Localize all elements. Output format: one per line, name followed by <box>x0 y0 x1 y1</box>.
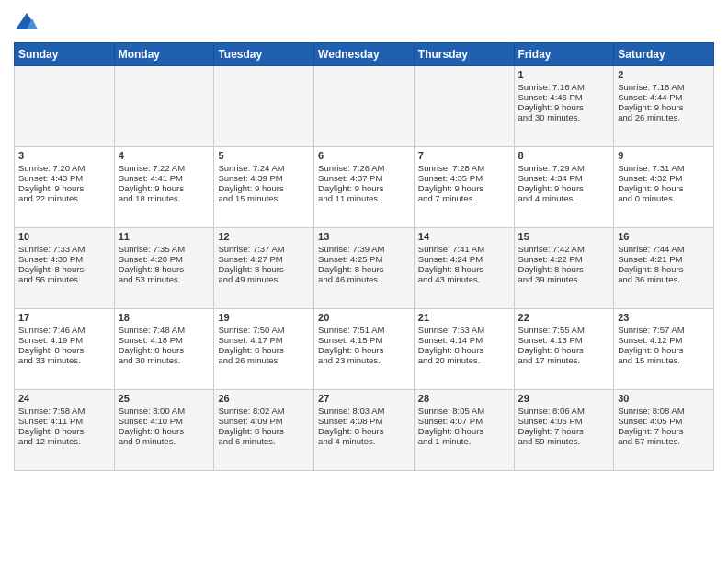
calendar-cell-week2-day7: 9Sunrise: 7:31 AMSunset: 4:32 PMDaylight… <box>614 147 714 228</box>
day-info-line: Sunrise: 7:55 AM <box>518 325 610 335</box>
day-info-line: Sunrise: 7:57 AM <box>618 325 710 335</box>
day-info-line: Sunrise: 7:29 AM <box>518 163 610 173</box>
day-number: 27 <box>318 393 410 404</box>
day-info-line: Sunset: 4:35 PM <box>418 173 510 183</box>
day-info-line: Daylight: 8 hours <box>218 345 310 355</box>
day-info-line: Sunset: 4:06 PM <box>518 416 610 426</box>
day-info-line: and 7 minutes. <box>418 193 510 203</box>
day-number: 23 <box>618 312 710 323</box>
day-info-line: Daylight: 7 hours <box>618 426 710 436</box>
day-info-line: Sunset: 4:39 PM <box>218 173 310 183</box>
weekday-header-saturday: Saturday <box>614 43 714 66</box>
day-number: 28 <box>418 393 510 404</box>
calendar-week-5: 24Sunrise: 7:58 AMSunset: 4:11 PMDayligh… <box>15 390 714 471</box>
day-info-line: Daylight: 8 hours <box>218 264 310 274</box>
day-info-line: Sunrise: 7:33 AM <box>18 244 110 254</box>
day-info-line: and 1 minute. <box>418 436 510 446</box>
day-info-line: Sunrise: 7:24 AM <box>218 163 310 173</box>
calendar-table: SundayMondayTuesdayWednesdayThursdayFrid… <box>14 42 714 471</box>
day-number: 21 <box>418 312 510 323</box>
calendar-cell-week1-day5 <box>414 66 514 147</box>
page: SundayMondayTuesdayWednesdayThursdayFrid… <box>0 0 728 563</box>
day-info-line: Sunrise: 7:26 AM <box>318 163 410 173</box>
day-info-line: Daylight: 8 hours <box>418 345 510 355</box>
day-info-line: Sunrise: 7:51 AM <box>318 325 410 335</box>
day-number: 7 <box>418 150 510 161</box>
day-info-line: Sunrise: 7:48 AM <box>119 325 210 335</box>
day-number: 20 <box>318 312 410 323</box>
calendar-cell-week3-day3: 12Sunrise: 7:37 AMSunset: 4:27 PMDayligh… <box>214 228 314 309</box>
day-info-line: and 12 minutes. <box>18 436 110 446</box>
day-info-line: and 39 minutes. <box>518 274 610 284</box>
day-info-line: Sunrise: 7:31 AM <box>618 163 710 173</box>
day-info-line: Sunrise: 7:37 AM <box>218 244 310 254</box>
weekday-header-sunday: Sunday <box>15 43 115 66</box>
day-info-line: and 26 minutes. <box>618 112 710 122</box>
day-info-line: Daylight: 8 hours <box>119 426 210 436</box>
day-info-line: Sunset: 4:19 PM <box>18 335 110 345</box>
day-number: 26 <box>218 393 310 404</box>
calendar-cell-week1-day6: 1Sunrise: 7:16 AMSunset: 4:46 PMDaylight… <box>514 66 614 147</box>
day-number: 9 <box>618 150 710 161</box>
calendar-cell-week4-day4: 20Sunrise: 7:51 AMSunset: 4:15 PMDayligh… <box>314 309 415 390</box>
weekday-header-tuesday: Tuesday <box>214 43 314 66</box>
day-number: 22 <box>518 312 610 323</box>
day-info-line: Sunrise: 7:35 AM <box>119 244 210 254</box>
day-info-line: Sunset: 4:08 PM <box>318 416 410 426</box>
day-info-line: Daylight: 8 hours <box>618 345 710 355</box>
day-info-line: Sunrise: 7:46 AM <box>18 325 110 335</box>
calendar-cell-week2-day6: 8Sunrise: 7:29 AMSunset: 4:34 PMDaylight… <box>514 147 614 228</box>
day-number: 1 <box>518 69 610 80</box>
header <box>14 9 714 35</box>
day-info-line: Daylight: 8 hours <box>518 345 610 355</box>
day-info-line: Sunrise: 7:18 AM <box>618 82 710 92</box>
day-info-line: Daylight: 8 hours <box>119 345 210 355</box>
day-info-line: Daylight: 9 hours <box>119 183 210 193</box>
day-info-line: and 46 minutes. <box>318 274 410 284</box>
day-info-line: Daylight: 8 hours <box>218 426 310 436</box>
day-info-line: Sunrise: 8:02 AM <box>218 406 310 416</box>
calendar-cell-week5-day4: 27Sunrise: 8:03 AMSunset: 4:08 PMDayligh… <box>314 390 415 471</box>
day-number: 6 <box>318 150 410 161</box>
day-number: 17 <box>18 312 110 323</box>
day-info-line: Sunrise: 7:28 AM <box>418 163 510 173</box>
day-info-line: Daylight: 8 hours <box>518 264 610 274</box>
day-info-line: Daylight: 8 hours <box>18 345 110 355</box>
day-info-line: Sunset: 4:11 PM <box>18 416 110 426</box>
day-number: 3 <box>18 150 110 161</box>
day-number: 19 <box>218 312 310 323</box>
calendar-cell-week4-day5: 21Sunrise: 7:53 AMSunset: 4:14 PMDayligh… <box>414 309 514 390</box>
day-number: 13 <box>318 231 410 242</box>
day-info-line: Daylight: 8 hours <box>18 264 110 274</box>
day-info-line: and 4 minutes. <box>318 436 410 446</box>
day-info-line: and 26 minutes. <box>218 355 310 365</box>
weekday-header-row: SundayMondayTuesdayWednesdayThursdayFrid… <box>15 43 714 66</box>
day-info-line: and 30 minutes. <box>518 112 610 122</box>
day-number: 8 <box>518 150 610 161</box>
day-number: 5 <box>218 150 310 161</box>
day-info-line: and 0 minutes. <box>618 193 710 203</box>
calendar-cell-week5-day3: 26Sunrise: 8:02 AMSunset: 4:09 PMDayligh… <box>214 390 314 471</box>
day-number: 18 <box>119 312 210 323</box>
calendar-cell-week1-day1 <box>15 66 115 147</box>
day-info-line: Sunset: 4:34 PM <box>518 173 610 183</box>
day-info-line: Daylight: 9 hours <box>618 183 710 193</box>
calendar-cell-week1-day3 <box>214 66 314 147</box>
day-info-line: Sunset: 4:37 PM <box>318 173 410 183</box>
weekday-header-thursday: Thursday <box>414 43 514 66</box>
day-info-line: Sunset: 4:32 PM <box>618 173 710 183</box>
day-info-line: Sunset: 4:41 PM <box>119 173 210 183</box>
calendar-cell-week3-day1: 10Sunrise: 7:33 AMSunset: 4:30 PMDayligh… <box>15 228 115 309</box>
day-info-line: and 9 minutes. <box>119 436 210 446</box>
calendar-week-3: 10Sunrise: 7:33 AMSunset: 4:30 PMDayligh… <box>15 228 714 309</box>
calendar-cell-week2-day1: 3Sunrise: 7:20 AMSunset: 4:43 PMDaylight… <box>15 147 115 228</box>
day-info-line: Sunset: 4:43 PM <box>18 173 110 183</box>
day-info-line: Daylight: 9 hours <box>318 183 410 193</box>
day-info-line: Sunset: 4:15 PM <box>318 335 410 345</box>
logo <box>14 9 43 35</box>
day-info-line: and 11 minutes. <box>318 193 410 203</box>
day-info-line: and 15 minutes. <box>218 193 310 203</box>
day-info-line: Sunrise: 7:44 AM <box>618 244 710 254</box>
day-info-line: and 15 minutes. <box>618 355 710 365</box>
day-info-line: Sunrise: 8:00 AM <box>119 406 210 416</box>
